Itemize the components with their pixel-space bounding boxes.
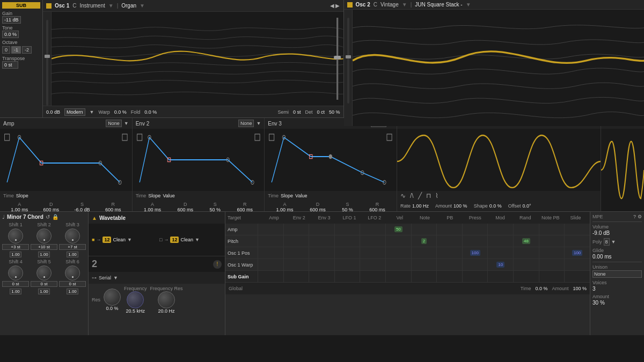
mm-pitch-pb-cell[interactable] — [436, 235, 462, 247]
osc1-chain-type[interactable]: Clean — [113, 237, 126, 242]
shift1-val: +3 st — [2, 244, 29, 250]
mm-pitch-env3-cell[interactable] — [309, 235, 334, 247]
osc2-preset[interactable]: JUN Square Stack - — [415, 2, 462, 8]
mm-amp-slide-cell[interactable] — [564, 224, 590, 235]
mm-amp-notepb-cell[interactable] — [539, 224, 565, 235]
mm-amp-lfo1-cell[interactable] — [334, 224, 360, 235]
svg-rect-3 — [122, 134, 127, 141]
osc1-warp-dropdown[interactable]: Modern — [64, 108, 85, 116]
chord-panel: ♩ Minor 7 Chord ↺ 🔒 Shift 1 Shift 2 Shif… — [0, 212, 89, 335]
freq-knob[interactable] — [127, 291, 144, 308]
shift5-knob[interactable] — [36, 265, 52, 280]
mm-pitch-lfo1-cell[interactable] — [334, 235, 360, 247]
chord-refresh-icon[interactable]: ↺ — [46, 214, 50, 220]
osc2-chain-type[interactable]: Clean — [180, 237, 193, 242]
mm-pb-header: PB — [438, 215, 462, 220]
mpe-settings-icon[interactable]: ⚙ — [638, 214, 642, 219]
shift1-num[interactable]: 1.00 — [10, 252, 21, 257]
lfo-sine-icon[interactable]: ∿ — [400, 192, 406, 200]
lfo1-shape-value[interactable]: 0.0 % — [489, 203, 502, 209]
shift2-knob[interactable] — [36, 228, 52, 243]
mm-pitch-vel-cell[interactable] — [385, 235, 411, 247]
octave-0-btn[interactable]: 0 — [2, 46, 10, 54]
gain-label: Gain — [2, 11, 40, 16]
osc2-header: Osc 2 C Vintage ▼ | JUN Square Stack - ▼ — [344, 0, 645, 10]
shift3-num[interactable]: 1.00 — [67, 252, 78, 257]
amp-dropdown[interactable]: None — [106, 120, 122, 127]
mm-amp-mod-cell[interactable] — [487, 224, 513, 235]
shift4-knob[interactable] — [8, 265, 23, 280]
lfo1-offset-value[interactable]: 0.0° — [523, 203, 531, 209]
lfo-saw-icon[interactable]: ╱ — [418, 192, 422, 200]
osc1-det-value[interactable]: 0 ct — [317, 109, 325, 115]
osc1-nav-arrows[interactable]: ◀ ▶ — [330, 3, 340, 9]
mm-amp-press-cell[interactable] — [462, 224, 488, 235]
mm-osc1warp-mod-cell[interactable]: 10 — [487, 259, 513, 270]
res-knob[interactable] — [104, 289, 121, 306]
mm-pitch-notepb-cell[interactable] — [539, 235, 565, 247]
shift1-header: Shift 1 — [2, 222, 29, 227]
mm-amp-note-cell[interactable] — [411, 224, 437, 235]
shift5-num[interactable]: 1.00 — [38, 289, 50, 294]
mm-amp-lfo2-cell[interactable] — [360, 224, 385, 235]
lfo1-rate-value[interactable]: 1.00 Hz — [412, 203, 429, 209]
mm-osc1pos-slide-cell[interactable]: 100 — [564, 247, 590, 258]
shift1-knob[interactable] — [8, 228, 23, 243]
freq-res-knob[interactable] — [158, 291, 175, 308]
svg-rect-8 — [137, 134, 142, 141]
mm-pitch-slide-cell[interactable] — [564, 235, 590, 247]
lfo-random-icon[interactable]: ⌇ — [435, 192, 438, 200]
mm-amp-pb-cell[interactable] — [436, 224, 462, 235]
mm-pitch-amp-cell[interactable] — [258, 235, 283, 247]
mm-amp-env2-cell[interactable] — [283, 224, 309, 235]
mm-pitch-press-cell[interactable] — [462, 235, 488, 247]
mpe-glide-value[interactable]: 0.00 ms — [592, 254, 642, 260]
chord-lock-icon[interactable]: 🔒 — [52, 214, 58, 220]
octave-label: Octave — [2, 40, 40, 45]
mm-amp-vel-cell[interactable]: 50 — [385, 224, 411, 235]
lfo-square-icon[interactable]: ⊓ — [426, 192, 431, 200]
mm-amount-value[interactable]: 100 % — [573, 286, 587, 291]
tone-value[interactable]: 0.0 % — [2, 31, 19, 38]
mm-osc1pos-press-cell[interactable]: 100 — [462, 247, 488, 258]
osc1-fold-value[interactable]: 0.0 % — [144, 109, 157, 115]
mpe-amount-value[interactable]: 30 % — [592, 300, 642, 306]
mm-press-header: Press — [463, 215, 487, 220]
shift6-knob[interactable] — [65, 265, 80, 280]
octave-neg2-btn[interactable]: -2 — [22, 46, 32, 54]
mm-pitch-note-cell[interactable]: 2 — [411, 235, 437, 247]
osc1-semi-value[interactable]: 0 st — [293, 109, 301, 115]
shift3-knob[interactable] — [65, 228, 80, 243]
osc1-percent[interactable]: 50 % — [329, 109, 340, 115]
mm-pitch-rand-cell[interactable]: 48 — [513, 235, 539, 247]
mpe-poly-select[interactable]: 8 — [604, 238, 610, 246]
mm-amp-rand-cell[interactable] — [513, 224, 539, 235]
osc1-warp-value[interactable]: 0.0 % — [114, 109, 127, 115]
osc1-category[interactable]: Instrument — [79, 3, 105, 9]
osc1-preset[interactable]: Organ — [121, 3, 136, 9]
mm-pitch-lfo2-cell[interactable] — [360, 235, 385, 247]
shift6-num[interactable]: 1.00 — [67, 289, 78, 294]
shift4-num[interactable]: 1.00 — [10, 289, 21, 294]
lfo-tri-icon[interactable]: /\ — [410, 192, 414, 200]
transpose-value[interactable]: 0 st — [2, 61, 18, 69]
osc1-volume-slider[interactable] — [43, 12, 52, 106]
mm-pitch-env2-cell[interactable] — [283, 235, 309, 247]
chain-mode-label[interactable]: Serial — [99, 275, 111, 280]
mm-pitch-mod-cell[interactable] — [487, 235, 513, 247]
mpe-voices-value[interactable]: 3 — [592, 286, 642, 292]
env2-dropdown[interactable]: None — [238, 120, 254, 127]
mm-time-value[interactable]: 0.0 % — [535, 286, 547, 291]
mpe-volume-value[interactable]: -9.0 dB — [592, 230, 642, 236]
mm-amp-amp-cell[interactable] — [258, 224, 283, 235]
mpe-question-icon[interactable]: ? — [633, 214, 636, 219]
mm-amp-env3-cell[interactable] — [309, 224, 334, 235]
lfo1-amount-value[interactable]: 100 % — [453, 203, 467, 209]
mpe-unison-select[interactable]: None — [592, 270, 642, 278]
gain-value[interactable]: -11 dB — [2, 16, 21, 24]
osc2-volume-slider[interactable] — [344, 10, 353, 126]
freq-res-label: Frequency Res — [150, 286, 183, 291]
osc2-category[interactable]: Vintage — [380, 2, 399, 8]
shift2-num[interactable]: 1.00 — [38, 252, 50, 257]
octave-neg1-btn[interactable]: -1 — [11, 46, 21, 54]
